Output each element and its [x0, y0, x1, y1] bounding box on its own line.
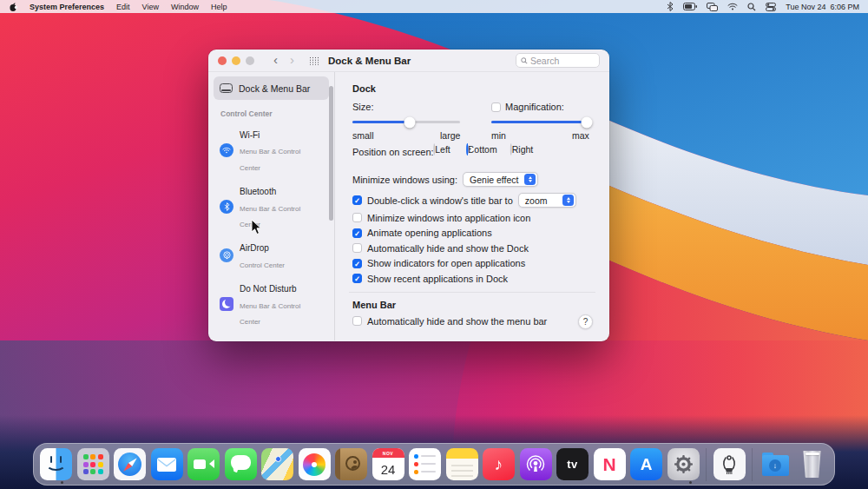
back-button[interactable]: ‹ — [273, 53, 278, 66]
minimize-into-icon-checkbox[interactable] — [352, 213, 362, 222]
search-placeholder: Search — [530, 56, 559, 66]
magnification-label: Magnification: — [505, 102, 564, 112]
show-indicators-checkbox[interactable]: ✓ — [352, 259, 362, 268]
dock-icon-app-store[interactable]: A — [630, 448, 662, 480]
menu-clock[interactable]: Tue Nov 24 6:06 PM — [786, 3, 859, 11]
menu-bar: System Preferences Edit View Window Help… — [0, 0, 868, 13]
wifi-icon — [220, 143, 233, 157]
dock-section-heading: Dock — [352, 83, 595, 94]
magnification-slider[interactable] — [491, 121, 589, 123]
dock-separator — [752, 448, 753, 481]
minimize-into-icon-label: Minimize windows into application icon — [367, 213, 530, 223]
size-label: Size: — [352, 102, 373, 112]
menu-help[interactable]: Help — [211, 3, 227, 11]
animate-opening-checkbox[interactable]: ✓ — [352, 228, 362, 238]
sidebar-item-bluetooth[interactable]: Bluetooth Menu Bar & Control Center — [214, 178, 329, 235]
position-left-label: Left — [435, 144, 450, 155]
dock-icon-facetime[interactable] — [187, 448, 220, 480]
dock-icon-contacts[interactable] — [335, 448, 367, 480]
sidebar-item-dock-menu-bar[interactable]: Dock & Menu Bar — [214, 76, 329, 100]
screen-mirroring-icon[interactable] — [707, 3, 718, 11]
show-all-grid-icon[interactable] — [309, 56, 319, 65]
double-click-dropdown[interactable]: zoom — [518, 193, 577, 208]
apple-menu-icon[interactable] — [9, 2, 17, 12]
dock-icon-downloads-folder[interactable]: ↓ — [760, 448, 792, 480]
dock-icon-launchpad[interactable] — [77, 448, 109, 480]
auto-hide-dock-label: Automatically hide and show the Dock — [367, 243, 529, 254]
running-indicator-finder — [61, 481, 63, 484]
menu-edit[interactable]: Edit — [116, 3, 130, 11]
size-max-label: large — [440, 130, 460, 141]
search-icon — [521, 57, 528, 64]
dock-icon-finder[interactable] — [40, 448, 72, 480]
double-click-checkbox[interactable]: ✓ — [352, 195, 362, 205]
dock-icon-system-preferences[interactable] — [667, 448, 700, 480]
moon-icon — [220, 297, 233, 311]
sidebar-section-header: Control Center — [220, 109, 329, 118]
running-indicator-system-preferences — [689, 481, 692, 484]
size-slider[interactable] — [352, 121, 460, 123]
position-bottom-radio[interactable] — [466, 143, 468, 155]
dock-icon-photos[interactable] — [299, 448, 331, 480]
dock-icon-music[interactable]: ♪ — [483, 448, 515, 480]
magnification-min-label: min — [491, 130, 506, 141]
menu-view[interactable]: View — [142, 3, 159, 11]
show-indicators-label: Show indicators for open applications — [367, 258, 525, 268]
spotlight-search-icon[interactable] — [747, 3, 756, 11]
zoom-button[interactable] — [246, 56, 254, 65]
help-button[interactable]: ? — [578, 314, 593, 329]
title-bar[interactable]: ‹ › Dock & Menu Bar Search — [208, 50, 609, 72]
position-label: Position on screen: — [352, 147, 434, 157]
dock-separator — [706, 448, 707, 481]
window-title: Dock & Menu Bar — [328, 56, 411, 66]
control-center-icon[interactable] — [766, 3, 776, 11]
system-preferences-window: ‹ › Dock & Menu Bar Search Dock & Menu B… — [208, 50, 609, 341]
battery-icon[interactable] — [683, 3, 697, 10]
auto-hide-menu-bar-label: Automatically hide and show the menu bar — [367, 316, 547, 327]
auto-hide-dock-checkbox[interactable] — [352, 243, 362, 253]
dock-icon-reminders[interactable] — [409, 448, 441, 480]
wifi-icon[interactable] — [727, 3, 738, 10]
dock-icon-notes[interactable] — [446, 448, 478, 480]
auto-hide-menu-bar-checkbox[interactable] — [352, 316, 362, 326]
dock-icon-trash[interactable] — [796, 448, 828, 480]
dock-icon-utility-app[interactable] — [713, 448, 746, 480]
minimize-effect-dropdown[interactable]: Genie effect — [463, 172, 538, 187]
dock-icon-tv[interactable]: tv — [556, 448, 589, 480]
section-divider — [349, 292, 595, 293]
double-click-label: Double-click a window's title bar to — [367, 195, 513, 206]
menu-window[interactable]: Window — [171, 3, 199, 11]
close-button[interactable] — [218, 56, 227, 65]
sidebar-item-wifi[interactable]: Wi-Fi Menu Bar & Control Center — [214, 122, 329, 178]
sidebar-item-do-not-disturb[interactable]: Do Not Disturb Menu Bar & Control Center — [214, 275, 329, 332]
minimize-button[interactable] — [232, 56, 240, 65]
show-recent-label: Show recent applications in Dock — [367, 274, 508, 284]
sidebar-item-screen-mirroring[interactable]: Screen Mirroring Menu Bar & Control Cent… — [214, 332, 329, 341]
airdrop-icon — [220, 248, 233, 262]
dock-icon-maps[interactable] — [261, 448, 293, 480]
dock-icon-calendar[interactable]: NOV 24 — [372, 448, 404, 480]
settings-pane: Dock Size: Magnification: small large mi… — [335, 72, 609, 340]
dock: NOV 24 ♪ tv N A — [33, 443, 835, 486]
dock-icon-safari[interactable] — [114, 448, 146, 480]
sidebar-item-airdrop[interactable]: AirDrop Control Center — [214, 235, 329, 275]
bluetooth-icon — [220, 200, 233, 214]
mouse-cursor — [251, 219, 262, 235]
dock-icon-podcasts[interactable] — [520, 448, 552, 480]
search-input[interactable]: Search — [516, 53, 600, 68]
sidebar: Dock & Menu Bar Control Center Wi-Fi Men… — [208, 72, 335, 340]
forward-button[interactable]: › — [290, 53, 294, 66]
magnification-checkbox[interactable] — [491, 102, 501, 112]
menu-app-name[interactable]: System Preferences — [30, 3, 104, 11]
sidebar-scrollbar[interactable] — [329, 86, 333, 221]
show-recent-checkbox[interactable]: ✓ — [352, 274, 362, 283]
download-arrow-icon: ↓ — [769, 459, 781, 472]
minimize-effect-label: Minimize windows using: — [352, 175, 457, 185]
dock-icon-news[interactable]: N — [594, 448, 626, 480]
music-note-icon: ♪ — [495, 455, 503, 474]
bluetooth-icon[interactable] — [667, 2, 674, 11]
dock-icon-messages[interactable] — [225, 448, 257, 480]
animate-opening-label: Animate opening applications — [367, 228, 492, 238]
size-min-label: small — [352, 130, 374, 141]
dock-icon-mail[interactable] — [151, 448, 183, 480]
